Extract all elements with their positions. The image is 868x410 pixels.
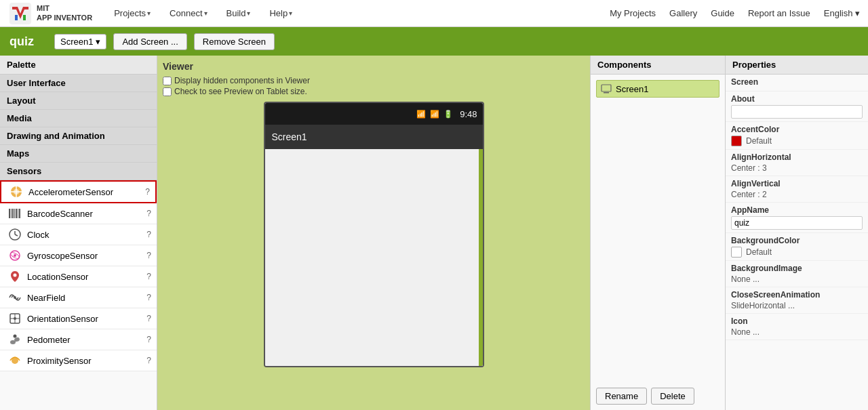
clock-help[interactable]: ? bbox=[146, 230, 151, 239]
gyroscope-help[interactable]: ? bbox=[146, 251, 151, 260]
pedometer-icon bbox=[8, 333, 22, 346]
appname-input[interactable] bbox=[731, 216, 863, 230]
tablet-preview-checkbox[interactable] bbox=[163, 87, 172, 96]
alignv-value[interactable]: Center : 2 bbox=[731, 190, 863, 199]
menu-connect[interactable]: Connect ▾ bbox=[165, 5, 211, 21]
delete-button[interactable]: Delete bbox=[651, 388, 694, 405]
tablet-preview-checkbox-label[interactable]: Check to see Preview on Tablet size. bbox=[163, 87, 585, 96]
screen1-icon bbox=[601, 83, 612, 94]
report-issue-link[interactable]: Report an Issue bbox=[748, 8, 810, 18]
viewer-title: Viewer bbox=[163, 61, 585, 72]
svg-rect-15 bbox=[19, 209, 20, 218]
nearfield-label: NearField bbox=[27, 293, 141, 303]
barcode-icon bbox=[8, 207, 22, 220]
proximity-help[interactable]: ? bbox=[146, 356, 151, 365]
pedometer-help[interactable]: ? bbox=[146, 335, 151, 344]
wifi-icon: 📶 bbox=[416, 110, 426, 119]
screen1-label: Screen1 bbox=[616, 84, 648, 94]
hidden-components-checkbox-label[interactable]: Display hidden components in Viewer bbox=[163, 76, 585, 85]
sensor-nearfield[interactable]: NearField ? bbox=[0, 287, 157, 308]
svg-point-23 bbox=[14, 296, 16, 299]
category-sensors[interactable]: Sensors bbox=[0, 163, 157, 180]
component-actions: Rename Delete bbox=[596, 388, 694, 405]
category-layout[interactable]: Layout bbox=[0, 92, 157, 110]
backcolor-value: Default bbox=[746, 247, 772, 257]
prop-screen: Screen bbox=[726, 75, 868, 91]
prop-background-image: BackgroundImage None ... bbox=[726, 261, 868, 287]
menu-build[interactable]: Build ▾ bbox=[222, 5, 255, 21]
svg-line-18 bbox=[15, 234, 18, 236]
sensor-gyroscope[interactable]: GyroscopeSensor ? bbox=[0, 245, 157, 266]
screen-selector[interactable]: Screen1 ▾ bbox=[54, 34, 106, 49]
sensor-location[interactable]: LocationSensor ? bbox=[0, 266, 157, 287]
icon-value[interactable]: None ... bbox=[731, 327, 863, 337]
barcode-label: BarcodeScanner bbox=[27, 209, 141, 219]
component-screen1[interactable]: Screen1 bbox=[596, 80, 719, 98]
backimage-value[interactable]: None ... bbox=[731, 274, 863, 284]
hidden-components-checkbox[interactable] bbox=[163, 77, 172, 85]
project-bar: quiz Screen1 ▾ Add Screen ... Remove Scr… bbox=[0, 27, 868, 56]
viewer-options: Display hidden components in Viewer Chec… bbox=[163, 76, 585, 96]
accent-color-swatch[interactable] bbox=[731, 136, 742, 146]
orientation-help[interactable]: ? bbox=[146, 314, 151, 323]
backcolor-swatch[interactable] bbox=[731, 247, 742, 258]
nearfield-help[interactable]: ? bbox=[146, 293, 151, 302]
accelerometer-icon bbox=[9, 185, 23, 199]
nav-right: My Projects Gallery Guide Report an Issu… bbox=[610, 8, 860, 18]
top-navigation: MIT APP INVENTOR Projects ▾ Connect ▾ Bu… bbox=[0, 0, 868, 27]
main-layout: Palette User Interface Layout Media Draw… bbox=[0, 56, 868, 410]
svg-marker-4 bbox=[23, 15, 26, 20]
gallery-link[interactable]: Gallery bbox=[669, 8, 697, 18]
phone-app-bar: Screen1 bbox=[265, 125, 483, 149]
svg-rect-14 bbox=[18, 209, 18, 218]
category-maps[interactable]: Maps bbox=[0, 145, 157, 163]
svg-point-21 bbox=[14, 254, 16, 257]
menu-projects[interactable]: Projects ▾ bbox=[110, 5, 155, 21]
sensor-pedometer[interactable]: Pedometer ? bbox=[0, 329, 157, 350]
menu-help[interactable]: Help ▾ bbox=[265, 5, 296, 21]
svg-rect-10 bbox=[11, 209, 12, 218]
about-input[interactable] bbox=[731, 105, 863, 119]
prop-icon: Icon None ... bbox=[726, 314, 868, 340]
svg-point-22 bbox=[14, 274, 17, 277]
svg-rect-32 bbox=[601, 85, 611, 91]
sensor-accelerometer[interactable]: AccelerometerSensor ? bbox=[0, 180, 157, 203]
phone-content-area bbox=[265, 149, 483, 366]
remove-screen-button[interactable]: Remove Screen bbox=[194, 33, 275, 50]
location-help[interactable]: ? bbox=[146, 272, 151, 281]
category-user-interface[interactable]: User Interface bbox=[0, 75, 157, 92]
guide-link[interactable]: Guide bbox=[711, 8, 734, 18]
svg-rect-12 bbox=[14, 209, 15, 218]
build-chevron: ▾ bbox=[247, 9, 250, 17]
properties-title: Properties bbox=[726, 56, 868, 75]
category-media[interactable]: Media bbox=[0, 110, 157, 127]
sensor-barcode[interactable]: BarcodeScanner ? bbox=[0, 203, 157, 224]
sensor-proximity[interactable]: ProximitySensor ? bbox=[0, 350, 157, 371]
mit-logo-icon bbox=[8, 1, 33, 26]
alignh-value[interactable]: Center : 3 bbox=[731, 163, 863, 173]
svg-rect-11 bbox=[12, 209, 14, 218]
proximity-label: ProximitySensor bbox=[27, 356, 141, 366]
svg-point-27 bbox=[14, 317, 16, 320]
signal-icon: 📶 bbox=[430, 110, 439, 119]
proximity-icon bbox=[8, 354, 22, 367]
palette-title: Palette bbox=[0, 56, 157, 75]
add-screen-button[interactable]: Add Screen ... bbox=[113, 33, 186, 50]
prop-accent-color: AccentColor Default bbox=[726, 122, 868, 150]
svg-point-30 bbox=[14, 335, 17, 338]
barcode-help[interactable]: ? bbox=[146, 209, 151, 218]
help-chevron: ▾ bbox=[289, 9, 292, 17]
sensor-clock[interactable]: Clock ? bbox=[0, 224, 157, 245]
close-value[interactable]: SlideHorizontal ... bbox=[731, 301, 863, 310]
battery-icon: 🔋 bbox=[443, 110, 453, 119]
components-tree: Screen1 bbox=[591, 75, 725, 103]
properties-panel: Properties Screen About AccentColor Defa… bbox=[726, 56, 868, 410]
category-drawing-animation[interactable]: Drawing and Animation bbox=[0, 127, 157, 145]
svg-rect-33 bbox=[604, 92, 609, 94]
language-selector[interactable]: English ▾ bbox=[824, 8, 860, 18]
my-projects-link[interactable]: My Projects bbox=[610, 8, 656, 18]
sensor-orientation[interactable]: OrientationSensor ? bbox=[0, 308, 157, 329]
accelerometer-help[interactable]: ? bbox=[145, 187, 150, 197]
rename-button[interactable]: Rename bbox=[596, 388, 647, 405]
project-name: quiz bbox=[9, 35, 34, 49]
